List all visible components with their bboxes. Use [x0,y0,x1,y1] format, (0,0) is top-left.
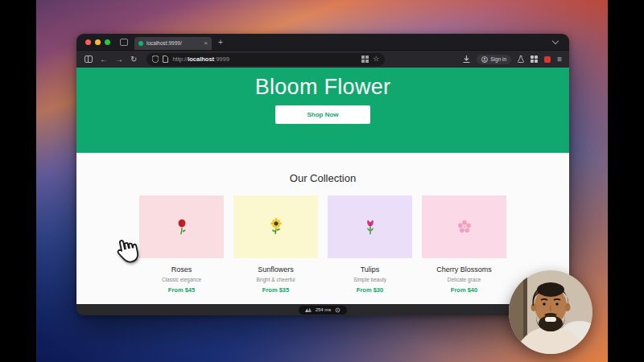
tulips-thumbnail [328,195,412,258]
product-card-sunflowers[interactable]: Sunflowers Bright & cheerful From $35 [233,195,318,294]
latency-value: 254 ms [316,307,332,312]
product-price: From $40 [422,286,506,294]
product-subtitle: Classic elegance [139,277,224,282]
product-name: Sunflowers [233,265,318,274]
window-controls [85,39,110,45]
collection-heading: Our Collection [76,153,569,184]
signin-label: Sign in [490,56,506,62]
hero-banner: Bloom Flower Shop Now [76,68,569,153]
account-signin-button[interactable]: Sign in [477,55,511,64]
site-favicon-icon [138,41,143,46]
tracking-shield-icon[interactable] [152,56,159,63]
product-price: From $30 [328,286,412,294]
tab-bar: localhost:9999/ × + [76,34,569,50]
new-tab-button[interactable]: + [218,38,223,47]
macos-desktop-wallpaper: localhost:9999/ × + ← → ↻ [36,0,608,362]
video-frame: localhost:9999/ × + ← → ↻ [0,0,644,362]
rose-icon [174,218,190,236]
shop-now-button[interactable]: Shop Now [275,105,370,124]
page-title: Bloom Flower [76,68,569,100]
gear-icon[interactable] [335,307,341,313]
zoom-window-button[interactable] [105,39,110,45]
url-host: localhost [188,56,214,63]
page-info-icon[interactable] [163,56,168,63]
cherry-blossoms-thumbnail [422,195,506,258]
bookmark-star-icon[interactable]: ☆ [373,56,379,63]
product-cards: Roses Classic elegance From $45 [76,195,569,294]
product-subtitle: Simple beauty [328,277,412,282]
sidebar-toggle-icon[interactable] [85,56,93,63]
toolbar-right-icons: Sign in ≡ [463,55,562,64]
active-tab[interactable]: localhost:9999/ × [134,37,212,50]
page-content: Bloom Flower Shop Now Our Collection [76,68,569,304]
back-button[interactable]: ← [100,56,108,64]
recorder-pill[interactable]: 254 ms [299,306,348,315]
list-tabs-chevron-icon[interactable] [552,37,559,43]
hand-pointer-cursor [113,237,140,266]
url-scheme: http:// [172,56,188,63]
product-name: Tulips [328,265,412,274]
sunflower-icon [268,218,284,236]
product-price: From $35 [233,286,318,294]
product-subtitle: Bright & cheerful [233,277,318,282]
extension-flask-icon[interactable] [518,56,524,63]
tab-close-icon[interactable]: × [204,40,208,47]
extensions-grid-icon[interactable] [530,56,538,63]
address-bar[interactable]: http://localhost:9999 ☆ [147,53,385,66]
url-text[interactable]: http://localhost:9999 [172,56,357,63]
downloads-icon[interactable] [463,56,470,63]
product-price: From $45 [139,286,224,294]
sunflowers-thumbnail [233,195,318,258]
close-window-button[interactable] [85,39,91,45]
metrics-icon [305,307,312,312]
product-card-tulips[interactable]: Tulips Simple beauty From $30 [328,195,412,294]
product-name: Roses [139,265,224,274]
minimize-window-button[interactable] [95,39,101,45]
product-card-roses[interactable]: Roses Classic elegance From $45 [139,195,224,294]
navigation-toolbar: ← → ↻ http://localhost:9999 ☆ [76,50,569,68]
tulip-icon [362,218,378,236]
roses-thumbnail [139,195,224,258]
tab-title: localhost:9999/ [147,40,200,46]
cherry-blossom-icon [456,219,473,235]
product-card-cherry-blossoms[interactable]: Cherry Blossoms Delicate grace From $40 [422,195,506,294]
shortcuts-grid-icon[interactable] [361,56,369,63]
reload-button[interactable]: ↻ [130,56,137,64]
browser-window: localhost:9999/ × + ← → ↻ [76,34,569,315]
firefox-view-icon[interactable] [120,39,128,46]
webcam-person [509,270,592,354]
account-person-icon [481,56,488,63]
forward-button[interactable]: → [115,56,123,64]
menu-hamburger-icon[interactable]: ≡ [557,55,562,64]
product-subtitle: Delicate grace [422,277,506,282]
webcam-overlay[interactable] [509,270,592,354]
recorder-toolbar: 254 ms [76,304,569,315]
collection-section: Our Collection Roses [76,153,569,294]
url-port: :9999 [214,56,229,63]
recorder-extension-icon[interactable] [544,56,551,63]
product-name: Cherry Blossoms [422,265,506,274]
